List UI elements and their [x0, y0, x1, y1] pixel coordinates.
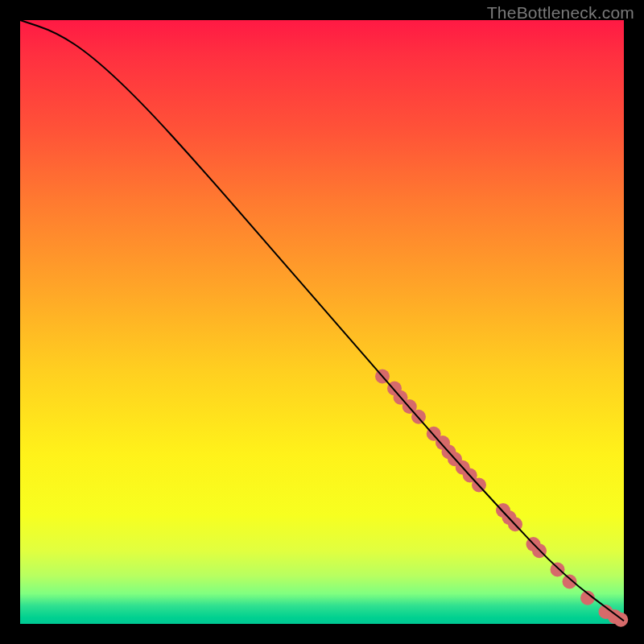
gradient-plot-area — [20, 20, 624, 624]
data-marker — [563, 575, 577, 589]
chart-svg — [20, 20, 624, 624]
data-marker — [551, 563, 565, 577]
watermark-text: TheBottleneck.com — [487, 3, 634, 23]
curve-line — [20, 20, 624, 621]
markers-layer — [375, 369, 628, 627]
